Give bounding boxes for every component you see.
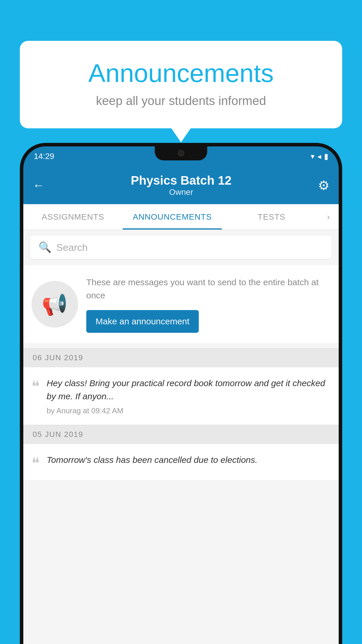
- make-announcement-button[interactable]: Make an announcement: [86, 310, 199, 333]
- megaphone-circle: 📢: [31, 281, 78, 328]
- bubble-subtitle: keep all your students informed: [43, 94, 319, 108]
- quote-icon-2: ❝: [31, 456, 40, 471]
- announcement-content-1: Hey class! Bring your practical record b…: [47, 377, 331, 415]
- battery-icon: ▮: [324, 152, 328, 161]
- tab-tests[interactable]: TESTS: [222, 204, 321, 230]
- phone-inner: 14:29 ▾ ◂ ▮ ← Physics Batch 12 Owner ⚙ A…: [23, 146, 339, 644]
- search-bar[interactable]: 🔍 Search: [30, 236, 332, 259]
- announcement-text-2: Tomorrow's class has been cancelled due …: [47, 453, 331, 466]
- speech-bubble-container: Announcements keep all your students inf…: [20, 41, 342, 128]
- header-subtitle: Owner: [131, 188, 232, 197]
- intro-description: These are messages you want to send to t…: [86, 276, 331, 302]
- bubble-title: Announcements: [43, 58, 319, 88]
- date-divider-1: 06 JUN 2019: [23, 348, 339, 367]
- announcement-content-2: Tomorrow's class has been cancelled due …: [47, 453, 331, 470]
- phone-frame: 14:29 ▾ ◂ ▮ ← Physics Batch 12 Owner ⚙ A…: [20, 143, 342, 644]
- signal-icon: ◂: [317, 152, 321, 161]
- announcement-intro-card: 📢 These are messages you want to send to…: [23, 265, 339, 344]
- tab-announcements[interactable]: ANNOUNCEMENTS: [123, 204, 222, 230]
- phone-notch: [155, 146, 207, 160]
- megaphone-icon: 📢: [42, 292, 68, 317]
- header-title: Physics Batch 12: [131, 174, 232, 188]
- front-camera: [178, 150, 184, 156]
- status-icons: ▾ ◂ ▮: [311, 152, 328, 161]
- announcement-meta-1: by Anurag at 09:42 AM: [47, 406, 331, 415]
- header-center: Physics Batch 12 Owner: [131, 174, 232, 197]
- announcement-item-2: ❝ Tomorrow's class has been cancelled du…: [23, 444, 339, 480]
- quote-icon-1: ❝: [31, 379, 40, 394]
- search-icon: 🔍: [38, 241, 52, 253]
- tab-more[interactable]: ›: [321, 212, 339, 222]
- tab-assignments[interactable]: ASSIGNMENTS: [23, 204, 123, 230]
- announcement-text-1: Hey class! Bring your practical record b…: [47, 377, 331, 403]
- app-header: ← Physics Batch 12 Owner ⚙: [23, 166, 339, 204]
- speech-bubble: Announcements keep all your students inf…: [20, 41, 342, 128]
- announcement-item-1: ❝ Hey class! Bring your practical record…: [23, 367, 339, 425]
- screen-content: 🔍 Search 📢 These are messages you want t…: [23, 230, 339, 644]
- search-input[interactable]: Search: [56, 242, 88, 253]
- intro-right: These are messages you want to send to t…: [86, 276, 331, 333]
- status-time: 14:29: [34, 152, 54, 161]
- back-button[interactable]: ←: [33, 179, 44, 192]
- date-divider-2: 05 JUN 2019: [23, 425, 339, 444]
- tabs-bar: ASSIGNMENTS ANNOUNCEMENTS TESTS ›: [23, 204, 339, 230]
- wifi-icon: ▾: [311, 152, 314, 161]
- settings-button[interactable]: ⚙: [318, 178, 329, 193]
